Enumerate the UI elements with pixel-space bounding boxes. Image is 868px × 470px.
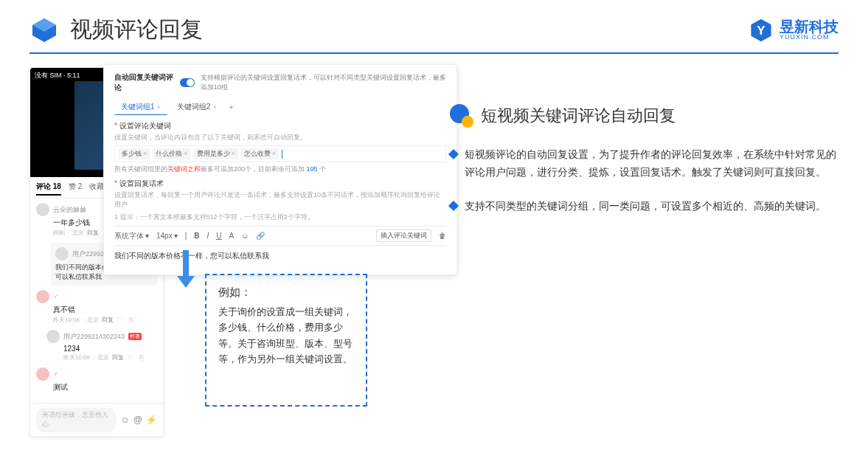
avatar bbox=[46, 330, 60, 343]
emoji-button[interactable]: ☺ bbox=[241, 232, 249, 240]
comment-text: 1234 bbox=[63, 345, 157, 353]
comment-item: ♂ 真不错 昨天10:08 · 北京回复♡⎘ bbox=[36, 290, 157, 324]
field-label: 设置评论关键词 bbox=[114, 121, 446, 131]
text-cursor bbox=[282, 150, 282, 159]
insert-keyword-button[interactable]: 插入评论关键词 bbox=[376, 229, 431, 242]
reply-link[interactable]: 回复 bbox=[102, 316, 114, 324]
editor-content[interactable]: 我们不同的版本价格不一样，您可以私信联系我 bbox=[114, 249, 446, 267]
keyword-tag[interactable]: 怎么收费× bbox=[241, 148, 279, 159]
italic-button[interactable]: I bbox=[207, 232, 209, 240]
flow-arrow-icon bbox=[177, 250, 195, 291]
bullet-text: 短视频评论的自动回复设置，为了提升作者的评论回复效率，在系统中针对常见的评论用户… bbox=[465, 146, 839, 182]
dislike-icon[interactable]: ⎘ bbox=[139, 353, 144, 362]
field-hint: 设置回复话术，每回复一个用户评论只发送一条话术，最多支持设置10条不同话术，按添… bbox=[114, 190, 446, 210]
reply-link[interactable]: 回复 bbox=[112, 353, 124, 362]
switch-label: 自动回复关键词评论 bbox=[114, 72, 174, 93]
comment-text: 测试 bbox=[53, 382, 157, 393]
example-box: 例如： 关于询价的设置成一组关键词，多少钱、什么价格，费用多少等。关于咨询班型、… bbox=[205, 274, 367, 407]
link-button[interactable]: 🔗 bbox=[256, 232, 265, 240]
comment-input[interactable]: 善语结善缘，恶言伤人心 bbox=[36, 407, 117, 432]
char-limit-tip: 1 提示：一个富文本框最多支持512个字符，一个汉字占用2个字符。 bbox=[114, 212, 446, 222]
section-title: 短视频关键词评论自动回复 bbox=[481, 105, 676, 127]
tab-likes[interactable]: 赞 2 bbox=[69, 182, 82, 196]
comment-item: 用户2299214302243作者 1234 昨天10:08 · 北京回复♡⎘ bbox=[46, 330, 157, 362]
heart-icon[interactable]: ♡ bbox=[117, 316, 123, 324]
at-icon[interactable]: @ bbox=[133, 415, 142, 425]
logo-hex-icon: Y bbox=[749, 18, 774, 43]
comment-item: ♂ 测试 bbox=[36, 367, 157, 393]
bullet-text: 支持不同类型的关键词分组，同一类问题，可设置多个相近的、高频的关键词。 bbox=[465, 198, 826, 215]
close-icon[interactable]: × bbox=[157, 103, 161, 111]
settings-panel: 自动回复关键词评论 支持根据评论的关键词设置回复话术，可以针对不同类型关键词设置… bbox=[103, 64, 457, 275]
comment-username: 用户2299214302243 bbox=[63, 332, 125, 342]
tab-comments[interactable]: 评论 18 bbox=[36, 182, 61, 196]
logo-text-en: YUUXIN.COM bbox=[780, 34, 839, 41]
example-body: 关于询价的设置成一组关键词，多少钱、什么价格，费用多少等。关于咨询班型、版本、型… bbox=[218, 304, 354, 367]
keyword-tag[interactable]: 什么价格× bbox=[153, 148, 190, 159]
bullet-item: 支持不同类型的关键词分组，同一类问题，可设置多个相近的、高频的关键词。 bbox=[450, 198, 839, 215]
color-button[interactable]: A bbox=[229, 232, 235, 240]
avatar bbox=[36, 203, 49, 216]
gender-icon: ♂ bbox=[53, 370, 58, 378]
size-select[interactable]: 14px ▾ bbox=[156, 232, 178, 240]
comment-username: 云朵的赫赫 bbox=[53, 205, 86, 215]
font-select[interactable]: 系统字体 ▾ bbox=[114, 231, 149, 241]
page-title: 视频评论回复 bbox=[70, 15, 203, 45]
bold-button[interactable]: B bbox=[194, 232, 199, 240]
keyword-input[interactable]: 多少钱× 什么价格× 费用是多少× 怎么收费× bbox=[114, 145, 446, 162]
emoji-icon[interactable]: ☺ bbox=[121, 415, 130, 425]
delete-button[interactable]: 🗑 bbox=[439, 232, 446, 240]
reply-link[interactable]: 回复 bbox=[87, 229, 99, 237]
bullet-item: 短视频评论的自动回复设置，为了提升作者的评论回复效率，在系统中针对常见的评论用户… bbox=[450, 146, 839, 182]
example-title: 例如： bbox=[218, 286, 354, 300]
switch-description: 支持根据评论的关键词设置回复话术，可以针对不同类型关键词设置回复话术，最多添加1… bbox=[201, 73, 446, 92]
heart-icon[interactable]: ♡ bbox=[127, 353, 133, 362]
phone-statusbar: 没有 SIM · 5:11 bbox=[35, 71, 80, 80]
avatar bbox=[36, 367, 49, 381]
auto-reply-toggle[interactable] bbox=[180, 78, 195, 87]
close-icon[interactable]: × bbox=[212, 103, 216, 111]
add-group-button[interactable]: + bbox=[229, 103, 234, 111]
section-icon bbox=[450, 104, 473, 128]
company-logo: Y 昱新科技 YUUXIN.COM bbox=[749, 18, 839, 43]
tab-fav[interactable]: 收藏 bbox=[89, 182, 104, 196]
logo-text-cn: 昱新科技 bbox=[780, 19, 839, 34]
keyword-count-note: 所有关键词组里的关键词之和最多可添加200个，目前剩余可添加 195 个 bbox=[114, 165, 446, 174]
bolt-icon[interactable]: ⚡ bbox=[146, 415, 157, 425]
keyword-group-tab[interactable]: 关键词组1× bbox=[114, 99, 167, 115]
keyword-tag[interactable]: 费用是多少× bbox=[194, 148, 238, 159]
author-badge: 作者 bbox=[128, 333, 142, 340]
comment-text: 真不错 bbox=[53, 305, 157, 315]
field-hint: 设置关键词，当评论内容包含了以下关键词，则系统可自动回复。 bbox=[114, 133, 446, 142]
avatar bbox=[55, 247, 69, 260]
keyword-tag[interactable]: 多少钱× bbox=[119, 148, 150, 159]
cube-icon bbox=[29, 15, 59, 45]
keyword-group-tab[interactable]: 关键词组2× bbox=[170, 99, 223, 115]
dislike-icon[interactable]: ⎘ bbox=[129, 316, 133, 324]
avatar bbox=[36, 290, 49, 303]
svg-text:Y: Y bbox=[757, 23, 765, 37]
field-label: 设置回复话术 bbox=[114, 179, 446, 189]
gender-icon: ♂ bbox=[53, 293, 58, 300]
editor-toolbar: 系统字体 ▾ 14px ▾ | B I U A ☺ 🔗 插入评论关键词 🗑 bbox=[114, 226, 446, 246]
underline-button[interactable]: U bbox=[216, 232, 221, 240]
